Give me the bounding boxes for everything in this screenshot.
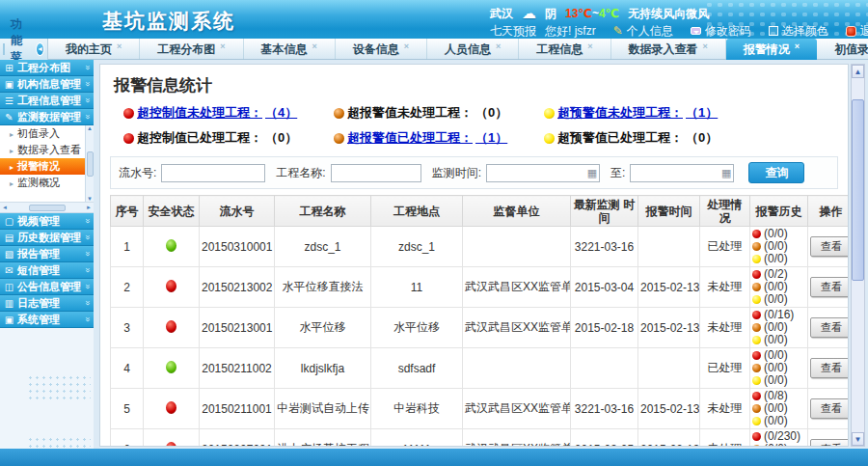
sidebar-group-history[interactable]: ▤历史数据管理» <box>0 230 94 246</box>
date-to-input[interactable] <box>630 164 734 182</box>
app-title: 基坑监测系统 <box>102 8 235 35</box>
table-row: 520150211001中岩测试自动上传中岩科技武汉武昌区XX监管单位3221-… <box>111 389 850 429</box>
scroll-up-icon[interactable]: ▲ <box>852 65 864 78</box>
scroll-down-icon[interactable]: ▼ <box>852 432 864 446</box>
red-dot-icon <box>752 351 761 360</box>
choose-color-link[interactable]: 选择颜色 <box>769 23 828 40</box>
red-dot-icon <box>752 311 761 319</box>
scroll-up-icon[interactable]: ▲ <box>87 125 93 131</box>
tab-我的主页[interactable]: 我的主页× <box>48 39 140 60</box>
sidebar-group-label: 监测数据管理 <box>17 110 81 124</box>
sidebar-group-system[interactable]: ▣系统管理» <box>0 312 94 328</box>
yellow-dot-icon <box>544 108 555 119</box>
project-name-cell: 中岩测试自动上传 <box>275 389 371 429</box>
view-button[interactable]: 查看 <box>810 358 849 378</box>
history-count: (0/0) <box>764 415 788 427</box>
sidebar-group-label: 报告管理 <box>17 247 60 261</box>
scroll-left-icon[interactable]: ◄ <box>2 205 8 210</box>
sidebar-header: 功能菜单 ◄ <box>0 39 48 60</box>
view-button[interactable]: 查看 <box>810 236 849 257</box>
sidebar-group-distribution-map[interactable]: ⊞工程分布图» <box>0 60 94 76</box>
logout-link[interactable]: 退出 <box>846 23 868 40</box>
sidebar-group-sms[interactable]: ✉短信管理» <box>0 262 94 279</box>
status-dot-green <box>166 361 176 373</box>
latest-time-cell: 2015-02-18 <box>571 308 638 348</box>
view-button[interactable]: 查看 <box>810 317 849 338</box>
latest-time-cell: 2015-03-05 <box>571 429 638 448</box>
date-from-input[interactable] <box>486 164 600 182</box>
search-button[interactable]: 查询 <box>748 162 804 183</box>
tab-close-icon: × <box>703 41 708 51</box>
vertical-scrollbar[interactable]: ▲ ▼ <box>851 64 865 447</box>
stat-label: 超报警值未处理工程： <box>347 104 473 122</box>
serial-input[interactable] <box>161 164 265 182</box>
weather-temp: 13℃~4℃ <box>565 7 619 20</box>
handled-cell: 已处理 <box>700 348 750 389</box>
tab-band: 功能菜单 ◄ 我的主页×工程分布图×基本信息×设备信息×人员信息×工程信息×数据… <box>0 39 868 60</box>
tab-人员信息[interactable]: 人员信息× <box>427 39 519 60</box>
red-dot-icon <box>752 230 761 238</box>
scroll-right-icon[interactable]: ► <box>86 205 92 210</box>
action-cell: 查看 <box>808 348 850 389</box>
view-button[interactable]: 查看 <box>810 439 849 447</box>
scrollbar-thumb[interactable] <box>29 205 66 211</box>
view-button[interactable]: 查看 <box>810 277 849 297</box>
temp-separator: ~ <box>592 7 599 20</box>
latest-time-cell <box>571 348 638 389</box>
tab-工程信息[interactable]: 工程信息× <box>519 39 610 60</box>
forecast-link[interactable]: 七天预报 <box>490 23 536 40</box>
sidebar-item-报警情况[interactable]: ▸报警情况 <box>0 158 94 175</box>
tab-close-icon[interactable]: × <box>795 41 800 51</box>
tab-工程分布图[interactable]: 工程分布图× <box>140 39 243 60</box>
red-dot-icon <box>752 392 761 400</box>
app-window: 基坑监测系统 武汉 ☁ 阴 13℃~4℃ 无持续风向微风 七天预报 您好! js… <box>0 0 868 466</box>
action-cell: 查看 <box>808 267 850 308</box>
tab-close-icon: × <box>312 41 317 51</box>
stat-yellow-link[interactable]: 超预警值未处理工程：（1） <box>544 104 848 122</box>
sidebar-group-organization[interactable]: ▣机构信息管理» <box>0 76 94 93</box>
sidebar-item-数据录入查看[interactable]: ▸数据录入查看 <box>0 142 94 158</box>
project-location-cell: 11 <box>371 267 463 308</box>
sidebar-item-label: 数据录入查看 <box>17 144 81 155</box>
sidebar-group-video[interactable]: ▢视频管理» <box>0 213 94 230</box>
sidebar-group-report[interactable]: ▧报告管理» <box>0 246 94 262</box>
stat-count: （0） <box>265 129 297 147</box>
project-name-input[interactable] <box>331 164 421 182</box>
sidebar-group-log[interactable]: ▥日志管理» <box>0 295 94 312</box>
tab-设备信息[interactable]: 设备信息× <box>336 39 427 60</box>
tab-数据录入查看[interactable]: 数据录入查看× <box>611 39 726 60</box>
stat-red-link[interactable]: 超控制值未处理工程：（4） <box>123 104 334 122</box>
change-password-link[interactable]: 修改密码 <box>691 23 751 40</box>
weather-condition: 阴 <box>545 6 556 22</box>
tab-基本信息[interactable]: 基本信息× <box>244 39 336 60</box>
scrollbar-thumb[interactable] <box>852 99 864 281</box>
notice-icon: ◫ <box>4 282 14 292</box>
sidebar-item-初值录入[interactable]: ▸初值录入 <box>0 125 94 142</box>
scroll-down-icon[interactable]: ▼ <box>87 196 93 202</box>
tab-初值录入[interactable]: 初值录入× <box>817 39 868 60</box>
supervisor-cell <box>463 227 571 267</box>
sidebar-item-监测概况[interactable]: ▸监测概况 <box>0 175 94 191</box>
scrollbar-thumb[interactable] <box>87 151 94 177</box>
submenu-horizontal-scrollbar[interactable]: ◄► <box>0 203 94 213</box>
stat-orange-link[interactable]: 超报警值已处理工程：（1） <box>334 129 544 147</box>
sidebar-group-notice[interactable]: ◫公告信息管理» <box>0 279 94 295</box>
sidebar-group-project-info[interactable]: ☰工程信息管理» <box>0 93 94 109</box>
alarm-table: 序号安全状态流水号工程名称工程地点监督单位最新监测 时间报警时间处理情况报警历史… <box>110 195 849 447</box>
sidebar-group-monitor-data[interactable]: ✎监测数据管理» <box>0 109 94 125</box>
action-cell: 查看 <box>808 227 850 267</box>
tab-报警情况[interactable]: 报警情况× <box>726 39 817 60</box>
collapse-sidebar-button[interactable]: ◄ <box>36 42 44 56</box>
alarm-history-cell: (0/2)(0/0)(0/0) <box>750 267 808 308</box>
submenu-vertical-scrollbar[interactable]: ▲▼ <box>85 125 94 202</box>
stat-count: （4） <box>265 104 297 122</box>
red-dot-icon <box>123 133 134 144</box>
chevron-down-icon: » <box>82 114 92 119</box>
handled-cell: 已处理 <box>700 227 750 267</box>
personal-info-link[interactable]: ✎个人信息 <box>613 23 673 40</box>
column-header: 流水号 <box>200 196 275 227</box>
tab-label: 工程信息 <box>536 42 583 56</box>
alarm-history-cell: (0/8)(0/0)(0/0) <box>750 389 808 429</box>
chevron-down-icon: » <box>82 81 92 86</box>
view-button[interactable]: 查看 <box>810 398 849 419</box>
